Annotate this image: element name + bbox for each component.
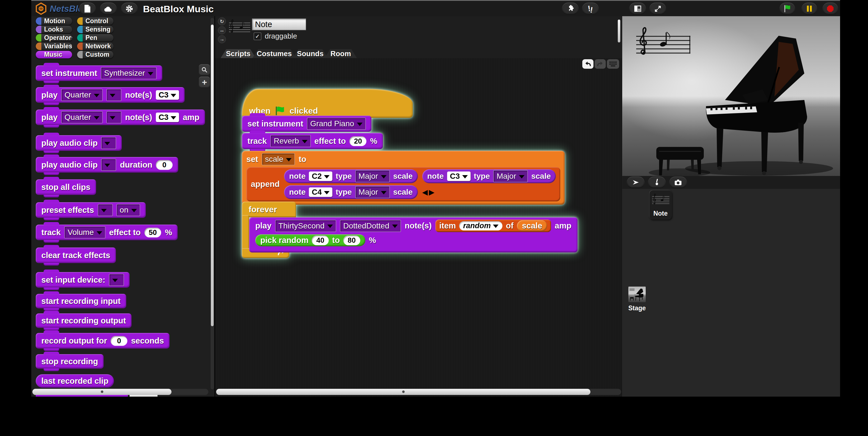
settings-menu-button[interactable]: [121, 2, 138, 15]
scripting-area[interactable]: when clicked set instrument Grand Piano …: [215, 58, 622, 397]
duration-dropdown[interactable]: ThirtySecond: [275, 220, 336, 232]
stage[interactable]: [622, 16, 840, 176]
search-blocks-button[interactable]: [199, 64, 210, 75]
tab-costumes[interactable]: Costumes: [252, 49, 296, 58]
script-block-track-effect[interactable]: track Reverb effect to 20 %: [242, 133, 383, 149]
category-motion[interactable]: Motion: [36, 17, 72, 25]
clip-dropdown[interactable]: [101, 137, 116, 149]
category-variables[interactable]: Variables: [36, 42, 72, 50]
tab-scripts[interactable]: Scripts: [221, 49, 256, 58]
palette-vscroll-thumb[interactable]: [211, 25, 214, 326]
duration-input[interactable]: 0: [156, 160, 173, 170]
stage-thumbnail[interactable]: [628, 287, 646, 302]
palette-block-start-recording-output[interactable]: start recording output: [36, 313, 131, 328]
tab-room[interactable]: Room: [324, 49, 357, 58]
duration-dropdown[interactable]: Quarter: [61, 89, 103, 101]
palette-block-play-audio-clip-duration[interactable]: play audio clip duration 0: [36, 157, 178, 173]
modifier-dropdown[interactable]: DottedDotted: [340, 220, 401, 232]
duration-dropdown[interactable]: Quarter: [61, 111, 103, 123]
green-flag-button[interactable]: [779, 2, 795, 15]
palette-block-clear-track-effects[interactable]: clear track effects: [36, 247, 116, 263]
on-off-dropdown[interactable]: on: [117, 204, 140, 216]
category-custom[interactable]: Custom: [77, 51, 114, 58]
note-dropdown[interactable]: C4: [309, 187, 332, 197]
palette-block-set-input-device[interactable]: set input device:: [36, 272, 130, 288]
category-network[interactable]: Network: [77, 42, 114, 50]
effect-value-input[interactable]: 50: [145, 228, 161, 238]
script-block-set-instrument[interactable]: set instrument Grand Piano: [242, 116, 371, 132]
clip-dropdown[interactable]: [101, 159, 116, 171]
camera-sprite-button[interactable]: [669, 177, 687, 188]
extensions-button[interactable]: [562, 2, 579, 15]
cloud-menu-button[interactable]: [100, 2, 117, 15]
palette-block-set-instrument[interactable]: set instrument Synthesizer: [36, 65, 162, 81]
note-reporter-block[interactable]: note C4 type Major scale: [284, 185, 418, 199]
note-reporter-block[interactable]: note C2 type Major scale: [284, 169, 418, 183]
scripts-hscroll-thumb[interactable]: [216, 389, 590, 395]
instrument-dropdown[interactable]: Grand Piano: [307, 118, 366, 130]
palette-block-preset-effects[interactable]: preset effects on: [36, 202, 146, 218]
effect-dropdown[interactable]: [98, 204, 113, 216]
instrument-dropdown[interactable]: Synthesizer: [101, 67, 157, 79]
palette-block-stop-recording[interactable]: stop recording: [36, 354, 103, 369]
variable-dropdown[interactable]: scale: [262, 153, 295, 165]
stop-button[interactable]: [823, 2, 838, 15]
paint-sprite-button[interactable]: [648, 177, 666, 188]
input-device-dropdown[interactable]: [109, 274, 124, 286]
category-pen[interactable]: Pen: [77, 34, 114, 42]
file-menu-button[interactable]: [79, 2, 96, 15]
pause-button[interactable]: [802, 2, 817, 15]
forever-block[interactable]: forever: [242, 202, 296, 217]
track-effect-dropdown[interactable]: Volume: [64, 226, 105, 239]
note-dropdown[interactable]: C3: [156, 90, 179, 100]
category-operators[interactable]: Operators: [36, 34, 72, 42]
draggable-checkbox[interactable]: ✓: [254, 32, 261, 40]
rotate-none-button[interactable]: →: [218, 35, 226, 43]
palette-block-last-recorded-clip[interactable]: last recorded clip: [36, 374, 114, 388]
fullscreen-button[interactable]: [649, 2, 666, 15]
new-sprite-button[interactable]: [627, 177, 645, 188]
random-min-input[interactable]: 40: [312, 236, 329, 245]
palette-hscroll-thumb[interactable]: [32, 389, 172, 395]
scale-type-dropdown[interactable]: Major: [493, 170, 528, 182]
effect-value-input[interactable]: 20: [349, 136, 366, 146]
rotate-flip-button[interactable]: ↔: [218, 26, 226, 34]
layout-toggle-button[interactable]: [629, 2, 646, 15]
make-block-button[interactable]: +: [199, 76, 210, 88]
palette-block-stop-all-clips[interactable]: stop all clips: [36, 179, 96, 195]
palette-block-play-notes-amp[interactable]: play Quarter note(s) C3 amp: [36, 110, 205, 125]
random-max-input[interactable]: 80: [343, 236, 360, 245]
tab-sounds[interactable]: Sounds: [293, 49, 328, 58]
modifier-dropdown[interactable]: [106, 89, 122, 101]
note-reporter-block[interactable]: note C3 type Major scale: [422, 169, 556, 183]
palette-block-play-notes[interactable]: play Quarter note(s) C3: [36, 87, 185, 103]
category-control[interactable]: Control: [77, 17, 114, 25]
modifier-dropdown[interactable]: [106, 111, 122, 123]
palette-block-start-recording-input[interactable]: start recording input: [36, 294, 126, 308]
rotate-freely-button[interactable]: ↻: [218, 17, 226, 25]
variadic-arrows[interactable]: ◀▶: [422, 188, 556, 197]
scale-type-dropdown[interactable]: Major: [355, 170, 390, 182]
note-dropdown[interactable]: C3: [156, 113, 179, 122]
track-effect-dropdown[interactable]: Reverb: [270, 135, 311, 147]
visible-stepping-button[interactable]: !!: [582, 2, 599, 15]
category-music[interactable]: Music: [36, 51, 72, 58]
variable-reporter-scale[interactable]: scale: [517, 220, 548, 231]
script-block-play-notes-amp[interactable]: play ThirtySecond DottedDotted note(s) i…: [249, 217, 578, 252]
note-dropdown[interactable]: C3: [447, 172, 471, 181]
append-reporter-block[interactable]: append note C2 type Major scale note C3: [246, 167, 560, 201]
sprite-card-note[interactable]: Note: [649, 190, 672, 220]
category-looks[interactable]: Looks: [36, 26, 72, 33]
palette-block-record-output-for[interactable]: record output for 0 seconds: [36, 333, 169, 349]
when-flag-clicked-hat-block[interactable]: when clicked: [242, 89, 413, 118]
script-block-set-variable[interactable]: set scale to append note C2 type Major s…: [242, 151, 565, 205]
scale-type-dropdown[interactable]: Major: [355, 186, 390, 198]
note-dropdown[interactable]: C2: [309, 172, 332, 181]
category-sensing[interactable]: Sensing: [77, 26, 114, 33]
sprite-name-input[interactable]: [252, 19, 306, 30]
item-of-reporter-block[interactable]: item random of scale: [435, 220, 551, 232]
index-dropdown-input[interactable]: random: [459, 221, 502, 230]
palette-block-play-audio-clip[interactable]: play audio clip: [36, 135, 122, 151]
palette-block-track-effect[interactable]: track Volume effect to 50 %: [36, 224, 178, 240]
seconds-input[interactable]: 0: [111, 336, 127, 346]
